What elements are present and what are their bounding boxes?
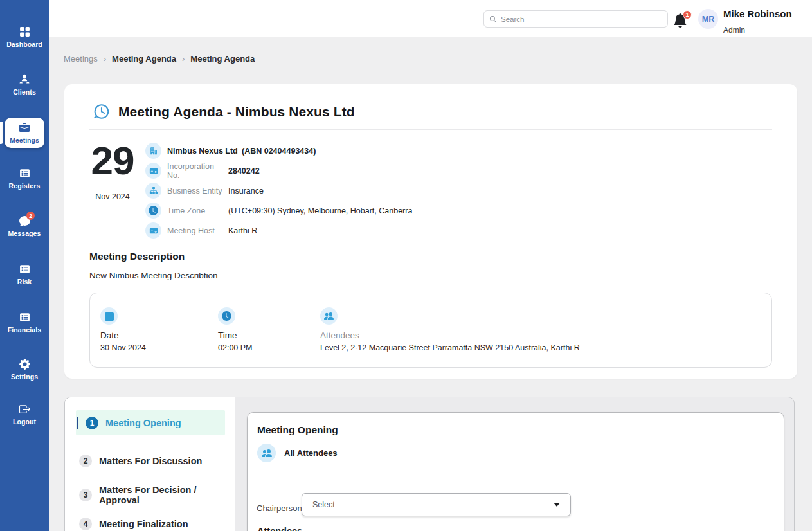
step-label: Matters For Decision / Approval <box>99 485 225 505</box>
info-date: Date 30 Nov 2024 <box>100 307 146 352</box>
avatar[interactable]: MR <box>698 9 718 29</box>
info-time: Time 02:00 PM <box>218 307 253 352</box>
search-input[interactable] <box>501 15 662 23</box>
sidebar-label: Risk <box>17 278 32 285</box>
step-number: 4 <box>79 518 92 530</box>
clients-people-icon <box>19 73 30 85</box>
sidebar-item-clients[interactable]: Clients <box>0 73 49 96</box>
detail-label: Meeting Host <box>167 226 228 235</box>
sidebar-label: Dashboard <box>6 40 42 48</box>
sidebar-label: Meetings <box>10 136 39 144</box>
briefcase-icon <box>19 122 30 134</box>
active-item-indicator <box>0 122 3 144</box>
dashboard-grid-icon <box>19 26 30 37</box>
clock-icon <box>145 203 161 219</box>
info-attendees: Attendees Level 2, 2-12 Macquarie Street… <box>320 307 580 352</box>
sidebar-label: Registers <box>9 182 41 190</box>
sidebar-item-registers[interactable]: Registers <box>0 167 49 190</box>
agenda-step-list: 1 Meeting Opening 2 Matters For Discussi… <box>65 397 235 531</box>
breadcrumb-meeting-agenda[interactable]: Meeting Agenda <box>112 54 176 64</box>
all-attendees-label: All Attendees <box>284 448 338 458</box>
step-label: Matters For Discussion <box>99 456 202 466</box>
sidebar-item-logout[interactable]: Logout <box>0 403 49 426</box>
top-bar: 1 MR Mike Robinson Admin <box>49 0 812 37</box>
step-number: 1 <box>86 417 98 429</box>
detail-row-company: Nimbus Nexus Ltd (ABN 02404493434) <box>145 143 412 159</box>
building-icon <box>145 143 161 159</box>
detail-label: Incorporation No. <box>167 162 228 180</box>
sidebar-label: Logout <box>13 418 36 426</box>
company-abn: (ABN 02404493434) <box>242 147 316 156</box>
divider <box>248 480 784 480</box>
description-text: New Nimbus Meeting Describtion <box>89 271 218 280</box>
meeting-header-card: Meeting Agenda - Nimbus Nexus Ltd 29 Nov… <box>64 84 797 379</box>
agenda-item-meeting-finalization[interactable]: 4 Meeting Finalization <box>76 511 225 531</box>
meeting-info-card: Date 30 Nov 2024 Time 02:00 PM Attendees… <box>89 292 772 368</box>
chevron-down-icon <box>554 503 560 507</box>
attendees-label: Attendees <box>320 330 580 340</box>
breadcrumb-meetings[interactable]: Meetings <box>64 54 98 64</box>
detail-label: Time Zone <box>167 206 228 215</box>
step-label: Meeting Opening <box>105 418 181 428</box>
detail-value: (UTC+09:30) Sydney, Melbourne, Hobart, C… <box>228 206 412 215</box>
page-title: Meeting Agenda - Nimbus Nexus Ltd <box>118 104 355 120</box>
sidebar-label: Messages <box>8 230 41 237</box>
time-label: Time <box>218 330 253 340</box>
time-value: 02:00 PM <box>218 343 253 352</box>
chevron-right-icon: › <box>104 54 106 64</box>
chairperson-select[interactable]: Select <box>302 493 571 516</box>
search-icon <box>489 15 497 23</box>
sidebar: Dashboard Clients Meetings Registers 2 M… <box>0 0 49 531</box>
meeting-day: 29 <box>85 141 140 181</box>
detail-row-business-entity: Business Entity Insurance <box>145 183 412 199</box>
breadcrumb-current: Meeting Agenda <box>190 54 255 64</box>
org-chart-icon <box>145 183 161 199</box>
sidebar-item-settings[interactable]: Settings <box>0 358 49 381</box>
sidebar-item-messages[interactable]: 2 Messages <box>0 215 49 237</box>
sidebar-label: Settings <box>11 373 38 381</box>
clock-icon <box>218 307 235 325</box>
divider <box>64 71 797 71</box>
notification-badge: 1 <box>683 10 692 19</box>
sidebar-item-dashboard[interactable]: Dashboard <box>0 26 49 48</box>
chairperson-label: Chairperson: <box>257 503 304 513</box>
divider <box>89 129 772 130</box>
company-name: Nimbus Nexus Ltd <box>167 147 242 156</box>
detail-value: Insurance <box>228 186 264 195</box>
breadcrumb: Meetings › Meeting Agenda › Meeting Agen… <box>64 54 255 64</box>
attendees-section-heading: Attendees <box>257 526 302 531</box>
all-attendees-row: All Attendees <box>257 444 338 462</box>
messages-badge: 2 <box>26 212 35 220</box>
chevron-right-icon: › <box>182 54 185 64</box>
meeting-opening-panel: Meeting Opening All Attendees Chairperso… <box>247 412 784 531</box>
detail-row-host: Meeting Host Karthi R <box>145 222 412 239</box>
notifications-button[interactable]: 1 <box>673 13 689 30</box>
search-box[interactable] <box>483 10 668 28</box>
attendees-people-icon <box>320 307 338 325</box>
clock-history-icon <box>91 102 111 122</box>
meeting-details: Nimbus Nexus Ltd (ABN 02404493434) Incor… <box>145 143 412 239</box>
step-number: 2 <box>79 455 92 467</box>
description-heading: Meeting Description <box>89 251 185 262</box>
calendar-icon <box>100 307 118 325</box>
meeting-date-block: 29 Nov 2024 <box>85 141 140 201</box>
logout-icon <box>19 403 30 415</box>
detail-value: 2840242 <box>228 166 260 176</box>
sidebar-item-meetings[interactable]: Meetings <box>5 118 44 148</box>
attendees-value: Level 2, 2-12 Macquarie Street Parramatt… <box>320 343 580 352</box>
sidebar-item-risk[interactable]: Risk <box>0 263 49 285</box>
detail-row-timezone: Time Zone (UTC+09:30) Sydney, Melbourne,… <box>145 203 412 219</box>
detail-label: Business Entity <box>167 186 228 195</box>
detail-row-incorporation: Incorporation No. 2840242 <box>145 163 412 179</box>
user-name: Mike Robinson <box>723 8 792 19</box>
sidebar-item-financials[interactable]: Financials <box>0 311 49 334</box>
sidebar-label: Financials <box>8 326 41 334</box>
chat-bubble-icon: 2 <box>19 215 30 226</box>
gear-icon <box>19 358 30 370</box>
panel-title: Meeting Opening <box>257 424 338 436</box>
risk-list-icon <box>19 263 30 274</box>
agenda-section: 1 Meeting Opening 2 Matters For Discussi… <box>64 397 795 531</box>
agenda-item-matters-discussion[interactable]: 2 Matters For Discussion <box>76 448 225 473</box>
agenda-item-meeting-opening[interactable]: 1 Meeting Opening <box>76 410 225 435</box>
agenda-item-matters-decision[interactable]: 3 Matters For Decision / Approval <box>76 482 225 507</box>
